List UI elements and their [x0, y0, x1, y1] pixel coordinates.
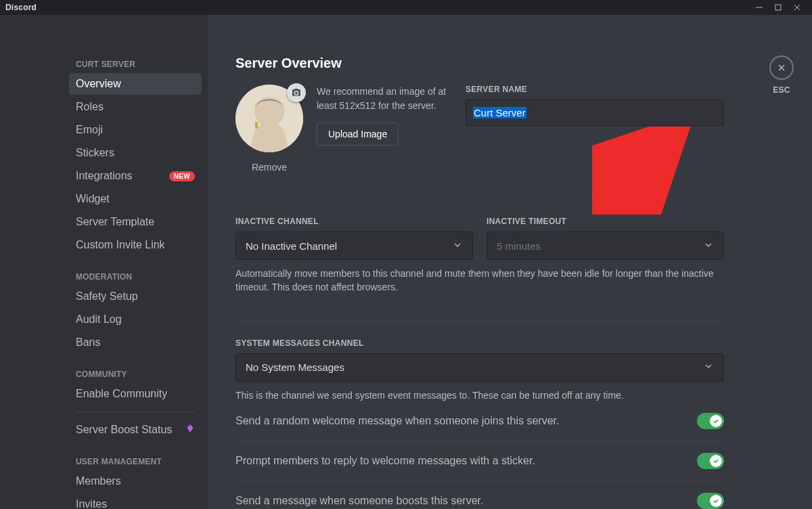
boost-gem-icon [185, 424, 195, 436]
maximize-button[interactable] [769, 0, 788, 15]
sidebar-item-bans[interactable]: Bans [69, 332, 202, 353]
inactive-channel-select[interactable]: No Inactive Channel [235, 231, 473, 260]
page-title: Server Overview [235, 56, 724, 71]
sidebar-item-invites[interactable]: Invites [69, 493, 202, 509]
inactive-timeout-select[interactable]: 5 minutes [487, 231, 724, 260]
sidebar-item-overview[interactable]: Overview [69, 73, 202, 95]
window-titlebar: Discord [0, 0, 812, 15]
settings-content: Server Overview [208, 15, 751, 509]
toggle-row: Send a message when someone boosts this … [235, 481, 724, 509]
toggle-row: Prompt members to reply to welcome messa… [235, 441, 724, 474]
chevron-down-icon [452, 240, 463, 252]
server-name-label: SERVER NAME [466, 85, 724, 94]
inactive-timeout-value: 5 minutes [497, 240, 541, 252]
server-name-input[interactable]: Curt Server [466, 99, 724, 126]
svg-rect-1 [775, 5, 781, 10]
server-avatar[interactable] [235, 85, 303, 152]
chevron-down-icon [703, 240, 714, 252]
nav-label: Stickers [76, 147, 114, 159]
nav-label: Widget [76, 193, 110, 205]
toggle-label: Prompt members to reply to welcome messa… [235, 455, 535, 467]
sidebar-item-audit-log[interactable]: Audit Log [69, 309, 202, 330]
app-brand: Discord [5, 3, 37, 12]
nav-label: Emoji [76, 124, 103, 136]
toggle-switch[interactable] [697, 453, 724, 469]
sidebar-separator [76, 412, 195, 412]
sidebar-category-community: COMMUNITY [69, 366, 202, 382]
toggle-label: Send a random welcome message when someo… [235, 415, 559, 427]
nav-label: Integrations [76, 170, 133, 182]
remove-avatar-link[interactable]: Remove [252, 162, 287, 173]
sidebar-item-integrations[interactable]: IntegrationsNEW [69, 165, 202, 187]
sidebar-item-members[interactable]: Members [69, 470, 202, 492]
sidebar-item-server-template[interactable]: Server Template [69, 211, 202, 233]
sidebar-item-server-boost-status[interactable]: Server Boost Status [69, 419, 202, 441]
nav-label: Audit Log [76, 313, 122, 326]
sidebar-item-stickers[interactable]: Stickers [69, 142, 202, 164]
toggle-label: Send a message when someone boosts this … [235, 495, 483, 507]
nav-label: Invites [76, 498, 107, 509]
upload-avatar-icon[interactable] [287, 83, 306, 102]
minimize-button[interactable] [750, 0, 769, 15]
inactive-timeout-label: INACTIVE TIMEOUT [487, 217, 724, 226]
nav-label: Roles [76, 101, 104, 113]
esc-label: ESC [773, 85, 790, 95]
svg-point-5 [254, 97, 284, 127]
system-channel-value: No System Messages [246, 361, 344, 373]
nav-label: Custom Invite Link [76, 239, 165, 251]
window-buttons [750, 0, 807, 15]
sidebar-item-emoji[interactable]: Emoji [69, 119, 202, 141]
close-window-button[interactable] [788, 0, 807, 15]
avatar-recommendation-text: We recommend an image of at least 512x51… [317, 85, 452, 113]
sidebar-category-moderation: MODERATION [69, 268, 202, 284]
system-channel-label: SYSTEM MESSAGES CHANNEL [235, 338, 724, 348]
sidebar-item-custom-invite-link[interactable]: Custom Invite Link [69, 234, 202, 256]
inactive-helper-text: Automatically move members to this chann… [235, 267, 724, 294]
system-helper-text: This is the channel we send system event… [235, 389, 724, 402]
inactive-channel-label: INACTIVE CHANNEL [235, 217, 473, 226]
nav-label: Server Template [76, 216, 154, 228]
sidebar-category-user: USER MANAGEMENT [69, 453, 202, 469]
new-badge: NEW [169, 171, 195, 181]
toggle-switch[interactable] [697, 413, 724, 429]
nav-label: Enable Community [76, 388, 167, 400]
toggle-row: Send a random welcome message when someo… [235, 402, 724, 435]
nav-label: Safety Setup [76, 290, 138, 303]
section-divider [235, 200, 724, 200]
toggle-switch[interactable] [697, 493, 724, 509]
server-name-value: Curt Server [473, 107, 526, 118]
section-divider [235, 322, 724, 322]
nav-label: Overview [76, 78, 121, 90]
sidebar-item-safety-setup[interactable]: Safety Setup [69, 286, 202, 307]
system-channel-select[interactable]: No System Messages [235, 353, 724, 382]
chevron-down-icon [703, 361, 714, 374]
svg-rect-6 [255, 122, 258, 129]
settings-sidebar: CURT SERVER OverviewRolesEmojiStickersIn… [0, 15, 208, 509]
nav-label: Members [76, 475, 121, 487]
nav-label: Bans [76, 336, 100, 349]
inactive-channel-value: No Inactive Channel [246, 240, 337, 252]
close-column: ESC [751, 15, 812, 509]
sidebar-category-server: CURT SERVER [69, 56, 202, 72]
sidebar-item-roles[interactable]: Roles [69, 96, 202, 118]
close-settings-button[interactable] [769, 56, 794, 80]
nav-label: Server Boost Status [76, 424, 172, 436]
sidebar-item-widget[interactable]: Widget [69, 188, 202, 210]
upload-image-button[interactable]: Upload Image [317, 123, 399, 146]
sidebar-item-enable-community[interactable]: Enable Community [69, 383, 202, 405]
